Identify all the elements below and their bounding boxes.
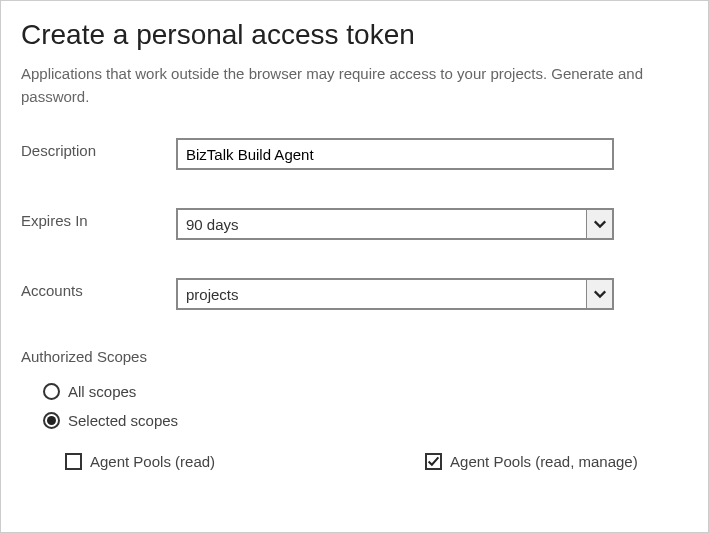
page-subtitle: Applications that work outside the brows…: [21, 63, 688, 108]
checkbox-read-label: Agent Pools (read): [90, 453, 215, 470]
accounts-row: Accounts projects: [21, 278, 688, 310]
checkbox-agent-pools-read[interactable]: Agent Pools (read): [65, 453, 215, 470]
radio-all-scopes[interactable]: All scopes: [43, 383, 688, 400]
page-title: Create a personal access token: [21, 19, 688, 51]
expires-select[interactable]: 90 days: [176, 208, 614, 240]
checkbox-manage-label: Agent Pools (read, manage): [450, 453, 638, 470]
checkbox-icon: [425, 453, 442, 470]
chevron-down-icon[interactable]: [586, 280, 612, 308]
radio-selected-scopes-label: Selected scopes: [68, 412, 178, 429]
scope-radio-group: All scopes Selected scopes: [43, 383, 688, 429]
description-label: Description: [21, 138, 176, 159]
checkbox-icon: [65, 453, 82, 470]
scope-checkbox-row: Agent Pools (read) Agent Pools (read, ma…: [65, 453, 688, 470]
radio-icon: [43, 383, 60, 400]
accounts-select[interactable]: projects: [176, 278, 614, 310]
expires-row: Expires In 90 days: [21, 208, 688, 240]
accounts-label: Accounts: [21, 278, 176, 299]
radio-selected-scopes[interactable]: Selected scopes: [43, 412, 688, 429]
expires-label: Expires In: [21, 208, 176, 229]
radio-icon: [43, 412, 60, 429]
expires-value: 90 days: [178, 216, 586, 233]
authorized-scopes-label: Authorized Scopes: [21, 348, 688, 365]
accounts-value: projects: [178, 286, 586, 303]
checkbox-agent-pools-manage[interactable]: Agent Pools (read, manage): [425, 453, 638, 470]
chevron-down-icon[interactable]: [586, 210, 612, 238]
description-row: Description: [21, 138, 688, 170]
description-input[interactable]: [176, 138, 614, 170]
radio-all-scopes-label: All scopes: [68, 383, 136, 400]
